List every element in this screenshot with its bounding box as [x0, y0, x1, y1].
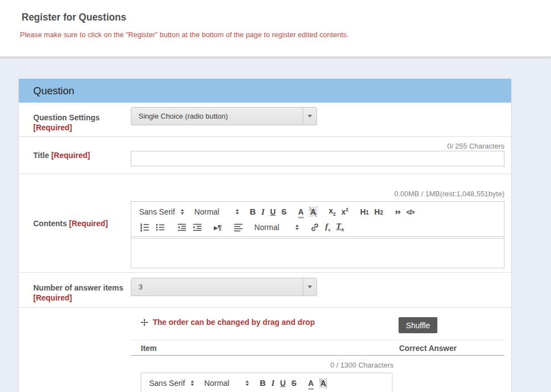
section-header: Question — [19, 79, 511, 103]
contents-editor-toolbar: Sans SerifNormalBIUSAAx2x2H1H2”</>▸¶Norm… — [131, 201, 504, 237]
background-icon: A — [319, 379, 327, 388]
item-char-counter: 0 / 1300 Characters — [131, 361, 394, 369]
item-editor: Sans SerifNormalBIUSAAx2x2H1H2”</>▸¶ — [141, 373, 392, 392]
background-icon: A — [309, 208, 317, 216]
drag-drop-row: The order can be changed by drag and dro… — [131, 308, 504, 340]
underline-button[interactable]: U — [277, 376, 288, 390]
header-picker-label: Normal — [254, 223, 279, 232]
indent-icon — [192, 222, 202, 232]
bold-button[interactable]: B — [247, 205, 259, 219]
color-icon: A — [298, 208, 304, 216]
question-settings-label: Question Settings [Required] — [33, 113, 132, 133]
required-badge: [Required] — [69, 219, 108, 228]
list-ordered-icon — [140, 222, 150, 232]
shuffle-button[interactable]: Shuffle — [399, 317, 437, 333]
direction-button[interactable]: ▸¶ — [211, 220, 225, 235]
contents-size-counter: 0.00MB / 1MB(rest:1,048,551byte) — [19, 174, 504, 199]
size-picker[interactable]: Normal — [202, 379, 251, 388]
background-button[interactable]: A — [307, 205, 320, 219]
strike-button[interactable]: S — [278, 205, 289, 219]
strike-icon: S — [291, 379, 296, 388]
h1-icon: H1 — [360, 208, 369, 216]
header-picker[interactable]: Normal — [252, 223, 301, 232]
row-question-settings: Question Settings [Required] Single Choi… — [19, 107, 511, 137]
list-bullet-button[interactable] — [152, 220, 168, 235]
item-column-header: Item — [141, 344, 157, 353]
label-text: Number of answer items — [33, 283, 124, 292]
page-note: Please make sure to click on the "Regist… — [0, 23, 551, 39]
title-label: Title [Required] — [33, 150, 132, 160]
link-icon — [310, 222, 320, 232]
font-picker[interactable]: Sans Serif — [147, 379, 196, 388]
num-items-label: Number of answer items [Required] — [33, 283, 132, 303]
row-title: 0/ 255 Characters Title [Required] — [19, 137, 511, 174]
question-type-value: Single Choice (radio button) — [131, 112, 228, 120]
correct-answer-column-header: Correct Answer — [399, 344, 457, 353]
item-editor-toolbar: Sans SerifNormalBIUSAAx2x2H1H2”</>▸¶ — [141, 373, 392, 392]
title-input[interactable] — [131, 151, 504, 166]
italic-button[interactable]: I — [258, 205, 267, 219]
h2-button[interactable]: H2 — [371, 205, 386, 219]
outdent-icon — [177, 222, 187, 232]
bold-icon: B — [250, 207, 256, 216]
answer-table-header: Item Correct Answer — [131, 340, 504, 356]
contents-editor-area[interactable] — [131, 238, 504, 268]
size-picker-label: Normal — [195, 207, 220, 216]
updown-arrows-icon — [246, 380, 249, 386]
font-picker-label: Sans Serif — [149, 379, 185, 388]
updown-arrows-icon — [295, 225, 299, 230]
color-icon: A — [308, 379, 314, 388]
subscript-button[interactable]: x2 — [326, 205, 339, 219]
blockquote-icon: ” — [395, 206, 401, 218]
list-bullet-icon — [155, 222, 165, 232]
font-picker-label: Sans Serif — [139, 207, 175, 216]
title-char-counter: 0/ 255 Characters — [19, 137, 504, 151]
italic-icon: I — [261, 208, 264, 216]
superscript-button[interactable]: x2 — [339, 205, 351, 219]
formula-icon: fx — [325, 222, 331, 232]
question-type-select[interactable]: Single Choice (radio button) — [131, 107, 317, 125]
label-text: Question Settings — [33, 113, 100, 122]
direction-icon: ▸¶ — [214, 223, 222, 232]
updown-arrows-icon — [191, 380, 194, 386]
required-badge: [Required] — [51, 151, 90, 160]
subscript-icon: x2 — [329, 207, 336, 217]
row-contents: 0.00MB / 1MB(rest:1,048,551byte) Content… — [19, 174, 511, 273]
num-items-select[interactable]: 3 — [131, 278, 317, 296]
required-badge: [Required] — [33, 123, 72, 132]
h1-button[interactable]: H1 — [358, 205, 372, 219]
section-title: Question — [33, 85, 74, 96]
blockquote-button[interactable]: ” — [392, 205, 404, 219]
underline-icon: U — [280, 379, 285, 388]
color-button[interactable]: A — [295, 205, 307, 219]
outdent-button[interactable] — [174, 220, 190, 235]
label-text: Title — [33, 151, 49, 160]
updown-arrows-icon — [181, 209, 184, 215]
size-picker[interactable]: Normal — [192, 207, 241, 216]
align-button[interactable] — [231, 220, 246, 235]
list-ordered-button[interactable] — [137, 220, 152, 235]
strike-button[interactable]: S — [288, 376, 299, 390]
formula-button[interactable]: fx — [323, 220, 334, 235]
link-button[interactable] — [307, 220, 323, 235]
row-number-of-answer-items: Number of answer items [Required] 3 — [19, 278, 511, 308]
bold-button[interactable]: B — [257, 376, 269, 390]
font-picker[interactable]: Sans Serif — [137, 207, 186, 216]
align-icon — [233, 222, 243, 232]
color-button[interactable]: A — [305, 376, 317, 390]
h2-icon: H2 — [374, 208, 383, 216]
move-icon — [141, 318, 148, 328]
select-dropdown-arrow-icon[interactable] — [303, 108, 317, 125]
select-dropdown-arrow-icon[interactable] — [303, 278, 317, 296]
italic-button[interactable]: I — [268, 376, 277, 390]
superscript-icon: x2 — [341, 207, 349, 216]
indent-button[interactable] — [190, 220, 205, 235]
code-button[interactable]: </> — [404, 205, 417, 219]
drag-drop-note: The order can be changed by drag and dro… — [152, 318, 315, 327]
underline-button[interactable]: U — [267, 205, 278, 219]
updown-arrows-icon — [236, 209, 239, 215]
num-items-value: 3 — [131, 283, 142, 291]
clean-button[interactable]: Tx — [333, 220, 346, 235]
background-button[interactable]: A — [317, 376, 330, 390]
answers-section: The order can be changed by drag and dro… — [19, 308, 511, 392]
